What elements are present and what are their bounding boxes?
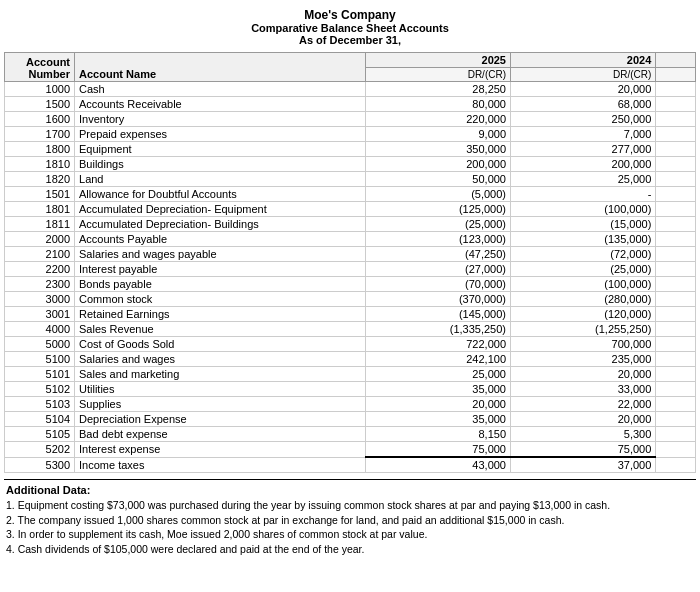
row-spacer [656, 172, 696, 187]
amount-2025-cell: 9,000 [365, 127, 510, 142]
amount-2024-cell: 20,000 [511, 367, 656, 382]
table-row: 1500Accounts Receivable80,00068,000 [5, 97, 696, 112]
table-row: 1600Inventory220,000250,000 [5, 112, 696, 127]
account-number-cell: 2200 [5, 262, 75, 277]
row-spacer [656, 367, 696, 382]
table-row: 5104Depreciation Expense35,00020,000 [5, 412, 696, 427]
account-name-cell: Depreciation Expense [75, 412, 366, 427]
table-row: 5103Supplies20,00022,000 [5, 397, 696, 412]
amount-2025-cell: 35,000 [365, 412, 510, 427]
amount-2025-cell: (370,000) [365, 292, 510, 307]
account-number-cell: 1811 [5, 217, 75, 232]
account-number-col-header: AccountNumber [5, 53, 75, 82]
amount-2025-cell: 242,100 [365, 352, 510, 367]
row-spacer [656, 427, 696, 442]
account-number-cell: 5102 [5, 382, 75, 397]
row-spacer [656, 262, 696, 277]
table-row: 4000Sales Revenue(1,335,250)(1,255,250) [5, 322, 696, 337]
table-row: 1800Equipment350,000277,000 [5, 142, 696, 157]
amount-2025-cell: (70,000) [365, 277, 510, 292]
account-number-cell: 1800 [5, 142, 75, 157]
spacer-subheader [656, 68, 696, 82]
amount-2024-cell: 22,000 [511, 397, 656, 412]
account-name-cell: Supplies [75, 397, 366, 412]
amount-2025-cell: (25,000) [365, 217, 510, 232]
amount-2024-cell: - [511, 187, 656, 202]
account-name-cell: Common stock [75, 292, 366, 307]
table-row: 5101Sales and marketing25,00020,000 [5, 367, 696, 382]
account-number-cell: 1820 [5, 172, 75, 187]
amount-2025-cell: (123,000) [365, 232, 510, 247]
account-number-cell: 1700 [5, 127, 75, 142]
amount-2025-cell: (47,250) [365, 247, 510, 262]
account-number-cell: 2300 [5, 277, 75, 292]
row-spacer [656, 442, 696, 458]
account-number-cell: 5202 [5, 442, 75, 458]
amount-2024-cell: (100,000) [511, 202, 656, 217]
page: Moe's Company Comparative Balance Sheet … [0, 0, 700, 565]
row-spacer [656, 142, 696, 157]
table-row: 3000Common stock(370,000)(280,000) [5, 292, 696, 307]
account-number-cell: 3001 [5, 307, 75, 322]
table-row: 1801Accumulated Depreciation- Equipment(… [5, 202, 696, 217]
report-date: As of December 31, [4, 34, 696, 46]
row-spacer [656, 412, 696, 427]
account-name-cell: Prepaid expenses [75, 127, 366, 142]
amount-2025-cell: (145,000) [365, 307, 510, 322]
account-name-cell: Sales Revenue [75, 322, 366, 337]
report-title: Comparative Balance Sheet Accounts [4, 22, 696, 34]
amount-2025-cell: (27,000) [365, 262, 510, 277]
account-number-cell: 5000 [5, 337, 75, 352]
amount-2024-cell: 7,000 [511, 127, 656, 142]
row-spacer [656, 97, 696, 112]
account-number-cell: 1801 [5, 202, 75, 217]
row-spacer [656, 127, 696, 142]
amount-2024-cell: (15,000) [511, 217, 656, 232]
account-name-cell: Interest expense [75, 442, 366, 458]
additional-data-title: Additional Data: [6, 484, 694, 496]
table-row: 2100Salaries and wages payable(47,250)(7… [5, 247, 696, 262]
account-name-cell: Income taxes [75, 457, 366, 473]
account-name-cell: Equipment [75, 142, 366, 157]
company-name: Moe's Company [4, 8, 696, 22]
account-name-cell: Accumulated Depreciation- Buildings [75, 217, 366, 232]
account-number-cell: 2100 [5, 247, 75, 262]
amount-2024-cell: (135,000) [511, 232, 656, 247]
amount-2024-cell: 5,300 [511, 427, 656, 442]
account-number-cell: 1000 [5, 82, 75, 97]
account-number-cell: 5105 [5, 427, 75, 442]
account-name-cell: Salaries and wages payable [75, 247, 366, 262]
row-spacer [656, 187, 696, 202]
row-spacer [656, 457, 696, 473]
account-name-cell: Utilities [75, 382, 366, 397]
amount-2024-cell: 235,000 [511, 352, 656, 367]
account-name-cell: Cost of Goods Sold [75, 337, 366, 352]
account-number-cell: 1600 [5, 112, 75, 127]
row-spacer [656, 157, 696, 172]
amount-2025-cell: 25,000 [365, 367, 510, 382]
table-row: 1810Buildings200,000200,000 [5, 157, 696, 172]
row-spacer [656, 397, 696, 412]
account-name-cell: Accounts Payable [75, 232, 366, 247]
row-spacer [656, 112, 696, 127]
account-name-cell: Retained Earnings [75, 307, 366, 322]
account-name-cell: Salaries and wages [75, 352, 366, 367]
table-row: 1820Land50,00025,000 [5, 172, 696, 187]
dr-cr-2024-header: DR/(CR) [511, 68, 656, 82]
additional-item-3: 3. In order to supplement its cash, Moe … [6, 527, 694, 542]
row-spacer [656, 322, 696, 337]
amount-2024-cell: 200,000 [511, 157, 656, 172]
account-name-cell: Buildings [75, 157, 366, 172]
spacer-header [656, 53, 696, 68]
additional-data-section: Additional Data: 1. Equipment costing $7… [4, 479, 696, 561]
year-2025-header: 2025 [365, 53, 510, 68]
account-name-cell: Accumulated Depreciation- Equipment [75, 202, 366, 217]
amount-2024-cell: 75,000 [511, 442, 656, 458]
amount-2025-cell: 722,000 [365, 337, 510, 352]
amount-2025-cell: (1,335,250) [365, 322, 510, 337]
amount-2024-cell: 25,000 [511, 172, 656, 187]
amount-2025-cell: 200,000 [365, 157, 510, 172]
amount-2024-cell: 33,000 [511, 382, 656, 397]
account-number-cell: 1501 [5, 187, 75, 202]
table-row: 5000Cost of Goods Sold722,000700,000 [5, 337, 696, 352]
